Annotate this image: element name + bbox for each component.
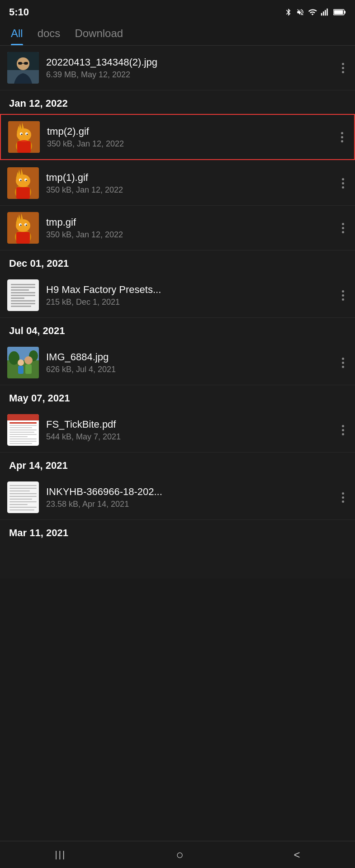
file-meta: 544 kB, May 7, 2021	[46, 432, 338, 442]
svg-rect-1	[323, 11, 324, 15]
file-name: H9 Max Factory Presets...	[46, 284, 338, 296]
file-info: tmp.gif 350 kB, Jan 12, 2022	[46, 217, 338, 240]
list-item[interactable]: INKYHB-366966-18-202... 23.58 kB, Apr 14…	[0, 475, 355, 520]
svg-rect-11	[24, 62, 28, 65]
file-meta: 6.39 MB, May 12, 2022	[46, 70, 338, 80]
list-item[interactable]: tmp(1).gif 350 kB, Jan 12, 2022	[0, 161, 355, 206]
svg-rect-89	[9, 504, 28, 505]
file-list: 20220413_134348(2).jpg 6.39 MB, May 12, …	[0, 46, 355, 579]
list-item[interactable]: FS_TickBite.pdf 544 kB, May 7, 2021	[0, 408, 355, 453]
file-thumbnail	[7, 481, 39, 513]
status-time: 5:10	[9, 6, 29, 18]
svg-rect-52	[11, 289, 29, 291]
list-item[interactable]: IMG_6884.jpg 626 kB, Jul 4, 2021	[0, 340, 355, 385]
tab-docs[interactable]: docs	[38, 27, 61, 45]
svg-rect-53	[11, 292, 35, 293]
nav-home-button[interactable]: ○	[162, 843, 197, 867]
file-info: INKYHB-366966-18-202... 23.58 kB, Apr 14…	[46, 486, 338, 509]
list-item[interactable]: tmp.gif 350 kB, Jan 12, 2022	[0, 206, 355, 250]
svg-point-36	[26, 180, 27, 181]
svg-rect-48	[16, 232, 30, 244]
svg-rect-70	[7, 420, 39, 420]
svg-rect-76	[9, 434, 37, 435]
svg-rect-55	[11, 297, 24, 299]
svg-point-47	[26, 225, 27, 226]
wifi-icon	[308, 8, 317, 17]
svg-point-23	[21, 134, 23, 135]
more-options-button[interactable]	[338, 287, 348, 304]
svg-point-64	[18, 359, 24, 366]
more-options-button[interactable]	[337, 128, 347, 146]
list-item[interactable]: H9 Max Factory Presets... 215 kB, Dec 1,…	[0, 273, 355, 318]
date-header: Jul 04, 2021	[0, 318, 355, 340]
nav-recents-button[interactable]: |||	[42, 845, 80, 864]
file-name: 20220413_134348(2).jpg	[46, 57, 338, 68]
bluetooth-icon	[284, 8, 293, 17]
more-options-button[interactable]	[338, 175, 348, 192]
svg-rect-85	[9, 493, 37, 494]
svg-rect-0	[321, 13, 322, 16]
svg-rect-78	[9, 439, 37, 439]
file-meta: 350 kB, Jan 12, 2022	[47, 139, 337, 149]
file-thumbnail	[7, 52, 39, 84]
svg-rect-65	[18, 366, 24, 374]
svg-rect-51	[11, 287, 35, 288]
svg-rect-69	[7, 414, 39, 420]
svg-rect-6	[334, 10, 343, 14]
list-item[interactable]: 20220413_134348(2).jpg 6.39 MB, May 12, …	[0, 46, 355, 90]
file-thumbnail	[7, 279, 39, 311]
file-name: FS_TickBite.pdf	[46, 419, 338, 430]
more-options-button[interactable]	[338, 354, 348, 372]
list-item[interactable]: tmp(2).gif 350 kB, Jan 12, 2022	[0, 114, 355, 160]
nav-back-button[interactable]: <	[280, 844, 313, 866]
svg-point-46	[20, 225, 22, 226]
svg-rect-10	[18, 62, 22, 65]
file-thumbnail	[7, 347, 39, 378]
svg-rect-82	[9, 485, 37, 486]
more-options-button[interactable]	[338, 421, 348, 439]
svg-rect-79	[9, 441, 37, 442]
tab-all[interactable]: All	[11, 27, 23, 45]
date-header: May 07, 2021	[0, 385, 355, 408]
svg-rect-73	[9, 427, 32, 428]
file-name: tmp.gif	[46, 217, 338, 228]
svg-rect-2	[325, 10, 326, 16]
svg-rect-75	[9, 432, 34, 433]
svg-rect-3	[327, 9, 328, 16]
file-info: FS_TickBite.pdf 544 kB, May 7, 2021	[46, 419, 338, 442]
svg-rect-72	[9, 425, 37, 426]
battery-icon	[333, 9, 346, 16]
svg-rect-90	[9, 507, 37, 508]
file-meta: 350 kB, Jan 12, 2022	[46, 185, 338, 195]
file-info: tmp(1).gif 350 kB, Jan 12, 2022	[46, 172, 338, 195]
more-options-button[interactable]	[338, 59, 348, 77]
svg-point-35	[20, 180, 22, 181]
svg-rect-77	[9, 436, 28, 437]
file-thumbnail	[8, 121, 40, 153]
date-header: Mar 11, 2021	[0, 520, 355, 542]
status-icons	[284, 8, 346, 17]
file-thumbnail	[7, 212, 39, 244]
svg-rect-83	[9, 488, 37, 489]
date-header: Dec 01, 2021	[0, 250, 355, 273]
more-options-button[interactable]	[338, 219, 348, 237]
svg-point-26	[20, 140, 28, 142]
svg-rect-25	[17, 141, 31, 153]
svg-rect-81	[7, 481, 39, 513]
more-options-button[interactable]	[338, 489, 348, 506]
svg-rect-84	[9, 491, 30, 491]
svg-rect-87	[9, 499, 32, 500]
svg-point-66	[24, 356, 33, 364]
file-info: tmp(2).gif 350 kB, Jan 12, 2022	[47, 126, 337, 149]
status-bar: 5:10	[0, 0, 355, 23]
svg-rect-67	[25, 364, 32, 374]
svg-rect-88	[9, 501, 37, 502]
bottom-spacer	[0, 542, 355, 579]
date-header: Jan 12, 2022	[0, 90, 355, 113]
file-name: INKYHB-366966-18-202...	[46, 486, 338, 498]
tab-bar: All docs Download	[0, 23, 355, 46]
file-thumbnail	[7, 414, 39, 446]
svg-rect-5	[344, 11, 346, 14]
tab-download[interactable]: Download	[75, 27, 123, 45]
file-thumbnail	[7, 167, 39, 199]
